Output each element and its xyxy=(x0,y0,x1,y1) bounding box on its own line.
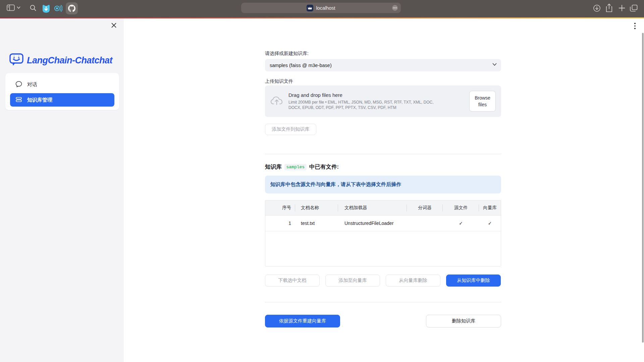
add-to-vectorstore-button[interactable]: 添加至向量库 xyxy=(325,275,380,287)
kb-select-label: 请选择或新建知识库: xyxy=(265,51,501,57)
search-icon[interactable] xyxy=(30,4,37,11)
app-window: LangChain-Chatchat 对话 知识库管理 请选择或新建知识库: xyxy=(0,18,644,362)
cloud-upload-icon xyxy=(270,96,283,107)
col-header-source: 源文件 xyxy=(443,200,479,215)
cell-name: test.txt xyxy=(295,216,338,231)
kb-name-code: samples xyxy=(284,164,307,170)
scrollbar-thumb[interactable] xyxy=(642,33,644,343)
files-table: 序号 文档名称 文档加载器 分词器 源文件 向量库 1 test.txt Uns… xyxy=(265,200,501,266)
file-action-buttons: 下载选中文档 添加至向量库 从向量库删除 从知识库中删除 xyxy=(265,275,501,287)
chatchat-logo-icon xyxy=(9,53,23,68)
app-logo-text: LangChain-Chatchat xyxy=(27,55,112,66)
share-icon[interactable] xyxy=(605,3,613,12)
sidebar-item-label: 知识库管理 xyxy=(27,97,52,103)
col-header-name: 文档名称 xyxy=(295,200,338,215)
download-selected-button[interactable]: 下载选中文档 xyxy=(265,275,320,287)
sidebar-item-label: 对话 xyxy=(27,81,37,88)
delete-from-vectorstore-button[interactable]: 从向量库删除 xyxy=(386,275,440,287)
dropzone-title: Drag and drop files here xyxy=(288,92,443,98)
table-row[interactable]: 1 test.txt UnstructuredFileLoader ✓ ✓ xyxy=(265,216,501,231)
cell-index: 1 xyxy=(265,216,295,231)
divider xyxy=(265,154,501,154)
col-header-index: 序号 xyxy=(265,200,295,215)
browse-files-button[interactable]: Browse files xyxy=(469,91,496,112)
cell-loader: UnstructuredFileLoader xyxy=(338,216,407,231)
col-header-vector: 向量库 xyxy=(479,200,501,215)
address-bar[interactable]: localhost xyxy=(241,3,401,13)
sidebar-close-icon[interactable] xyxy=(111,22,118,29)
sidebar-item-dialogue[interactable]: 对话 xyxy=(10,78,114,91)
col-header-splitter: 分词器 xyxy=(407,200,443,215)
cell-splitter xyxy=(407,216,443,231)
chevron-down-icon[interactable] xyxy=(17,6,20,9)
browser-toolbar: localhost xyxy=(0,0,644,17)
delete-from-kb-button[interactable]: 从知识库中删除 xyxy=(446,275,501,287)
delete-kb-button[interactable]: 删除知识库 xyxy=(426,315,501,327)
divider xyxy=(265,302,501,302)
sidebar: LangChain-Chatchat 对话 知识库管理 xyxy=(0,18,124,362)
kb-select[interactable]: samples (faiss @ m3e-base) xyxy=(265,59,501,71)
app-logo: LangChain-Chatchat xyxy=(9,53,112,68)
dropzone-hint: Limit 200MB per file • EML, HTML, JSON, … xyxy=(288,100,443,110)
page-options-icon[interactable] xyxy=(392,5,398,11)
tab-overview-icon[interactable] xyxy=(630,4,638,12)
sidebar-nav: 对话 知识库管理 xyxy=(5,73,119,110)
file-dropzone[interactable]: Drag and drop files here Limit 200MB per… xyxy=(265,85,501,117)
select-chevron-icon xyxy=(492,63,497,66)
sidebar-item-knowledge-base[interactable]: 知识库管理 xyxy=(10,93,114,107)
github-extension-icon[interactable] xyxy=(66,2,78,14)
radar-extension-icon[interactable] xyxy=(53,4,62,13)
blocker-extension-icon[interactable] xyxy=(42,4,51,13)
sidebar-toggle-icon[interactable] xyxy=(7,4,15,11)
kb-files-heading: 知识库 samples 中已有文件: xyxy=(265,163,501,171)
kb-level-buttons: 依据源文件重建向量库 删除知识库 xyxy=(265,315,501,327)
new-tab-icon[interactable] xyxy=(618,4,626,12)
url-text: localhost xyxy=(316,5,335,11)
main-content: 请选择或新建知识库: samples (faiss @ m3e-base) 上传… xyxy=(124,18,644,362)
heading-suffix: 中已有文件: xyxy=(309,163,339,171)
downloads-icon[interactable] xyxy=(593,4,601,12)
cell-vector-check: ✓ xyxy=(479,216,501,231)
site-favicon xyxy=(307,5,313,11)
cell-source-check: ✓ xyxy=(443,216,479,231)
info-banner: 知识库中包含源文件与向量库，请从下表中选择文件后操作 xyxy=(265,176,501,193)
table-header-row: 序号 文档名称 文档加载器 分词器 源文件 向量库 xyxy=(265,200,501,216)
rebuild-vectorstore-button[interactable]: 依据源文件重建向量库 xyxy=(265,315,340,327)
col-header-loader: 文档加载器 xyxy=(338,200,407,215)
add-files-to-kb-button[interactable]: 添加文件到知识库 xyxy=(265,124,316,135)
dropzone-text: Drag and drop files here Limit 200MB per… xyxy=(288,92,443,110)
database-stack-icon xyxy=(15,96,22,104)
kb-select-value: samples (faiss @ m3e-base) xyxy=(270,63,332,68)
chat-bubble-icon xyxy=(15,81,22,88)
streamlit-menu-icon[interactable] xyxy=(632,23,638,30)
heading-prefix: 知识库 xyxy=(265,163,282,171)
table-empty-area xyxy=(265,231,501,266)
upload-section-label: 上传知识文件 xyxy=(265,78,501,84)
